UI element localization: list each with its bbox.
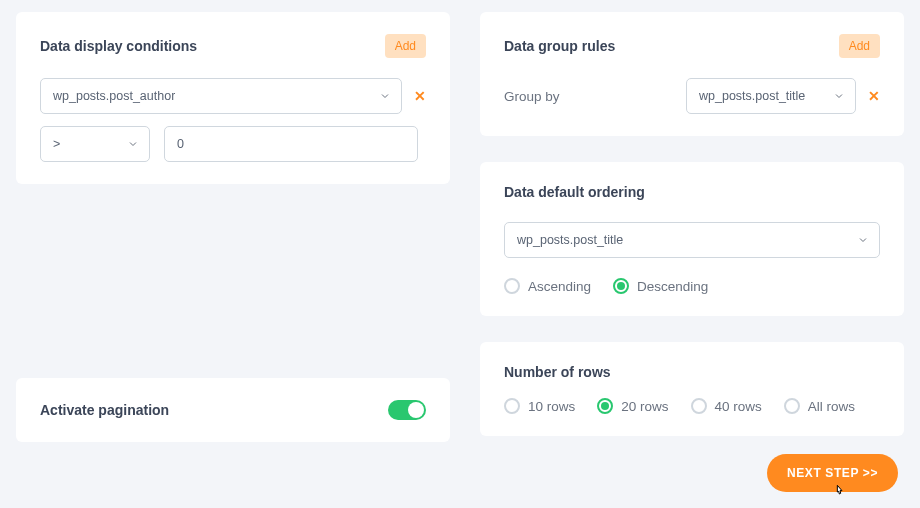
conditions-field-value: wp_posts.post_author [53, 89, 175, 103]
ordering-field-select[interactable]: wp_posts.post_title [504, 222, 880, 258]
conditions-remove-icon[interactable]: ✕ [414, 88, 426, 104]
rows-option-all-label: All rows [808, 399, 855, 414]
card-data-default-ordering: Data default ordering wp_posts.post_titl… [480, 162, 904, 316]
conditions-title: Data display conditions [40, 38, 197, 54]
rows-option-all[interactable]: All rows [784, 398, 855, 414]
ordering-asc-radio[interactable]: Ascending [504, 278, 591, 294]
card-activate-pagination: Activate pagination [16, 378, 450, 442]
conditions-value-input[interactable] [164, 126, 418, 162]
radio-icon [784, 398, 800, 414]
pagination-toggle[interactable] [388, 400, 426, 420]
conditions-operator-select[interactable]: > [40, 126, 150, 162]
rows-option-10[interactable]: 10 rows [504, 398, 575, 414]
chevron-down-icon [833, 90, 845, 102]
rows-option-40-label: 40 rows [715, 399, 762, 414]
radio-icon [691, 398, 707, 414]
radio-icon [613, 278, 629, 294]
chevron-down-icon [127, 138, 139, 150]
radio-icon [504, 278, 520, 294]
card-number-of-rows: Number of rows 10 rows 20 rows 40 rows A… [480, 342, 904, 436]
pagination-title: Activate pagination [40, 402, 169, 418]
groupby-label: Group by [504, 89, 674, 104]
rows-title: Number of rows [504, 364, 880, 380]
card-data-display-conditions: Data display conditions Add wp_posts.pos… [16, 12, 450, 184]
ordering-desc-label: Descending [637, 279, 708, 294]
group-rules-title: Data group rules [504, 38, 615, 54]
chevron-down-icon [379, 90, 391, 102]
rows-option-10-label: 10 rows [528, 399, 575, 414]
next-step-button[interactable]: NEXT STEP >> [767, 454, 898, 492]
ordering-field-value: wp_posts.post_title [517, 233, 623, 247]
conditions-field-select[interactable]: wp_posts.post_author [40, 78, 402, 114]
groupby-field-select[interactable]: wp_posts.post_title [686, 78, 856, 114]
ordering-desc-radio[interactable]: Descending [613, 278, 708, 294]
conditions-add-button[interactable]: Add [385, 34, 426, 58]
groupby-field-value: wp_posts.post_title [699, 89, 805, 103]
chevron-down-icon [857, 234, 869, 246]
rows-option-40[interactable]: 40 rows [691, 398, 762, 414]
radio-icon [504, 398, 520, 414]
card-data-group-rules: Data group rules Add Group by wp_posts.p… [480, 12, 904, 136]
ordering-asc-label: Ascending [528, 279, 591, 294]
ordering-title: Data default ordering [504, 184, 645, 200]
radio-icon [597, 398, 613, 414]
group-rules-add-button[interactable]: Add [839, 34, 880, 58]
rows-option-20[interactable]: 20 rows [597, 398, 668, 414]
conditions-operator-value: > [53, 137, 60, 151]
rows-option-20-label: 20 rows [621, 399, 668, 414]
groupby-remove-icon[interactable]: ✕ [868, 88, 880, 104]
